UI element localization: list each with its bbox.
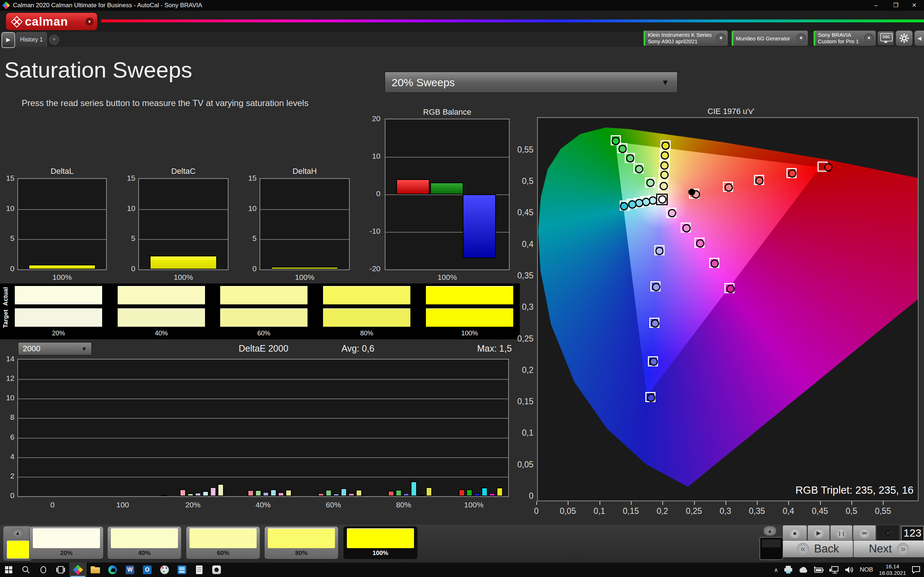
pattern-card-swatch <box>268 528 335 548</box>
action-center-button[interactable] <box>912 566 921 574</box>
display-device-dropdown[interactable]: Sony BRAVIA Custom for Pro 1 ▼ <box>813 30 876 46</box>
history-expand-button[interactable]: ▶ <box>2 32 15 48</box>
taskbar-meter-app[interactable] <box>208 562 225 577</box>
taskbar-photos[interactable] <box>173 562 191 577</box>
rainbow-gradient-bar <box>101 19 924 23</box>
onedrive-tray-icon[interactable] <box>798 567 808 573</box>
x-tick-mark <box>599 501 600 505</box>
collapse-panel-button[interactable]: ◀ <box>914 30 924 46</box>
deltae-bar <box>418 495 425 496</box>
taskbar-calman-app[interactable] <box>69 562 87 577</box>
sweep-level-select[interactable]: 20% Sweeps ▼ <box>384 71 678 93</box>
deltae-bar <box>474 493 480 496</box>
generator-device-dropdown[interactable]: Murideo 6G Generator ▼ <box>731 30 808 46</box>
pattern-card-80%[interactable]: 80% <box>264 526 339 559</box>
close-button[interactable]: ✕ <box>906 0 922 11</box>
search-button[interactable] <box>17 562 35 577</box>
pattern-card-20%[interactable]: 20% <box>29 526 103 559</box>
deltae-formula-select[interactable]: 2000 ▼ <box>18 342 92 356</box>
read-series-button[interactable]: [··] <box>830 525 853 541</box>
pattern-card-swatch <box>111 528 178 548</box>
taskbar-date: 18.03.2021 <box>879 570 906 576</box>
deltae-bar <box>270 489 276 496</box>
taskbar-clock[interactable]: 16.14 18.03.2021 <box>879 563 906 576</box>
next-button[interactable]: Next » <box>853 540 924 558</box>
taskbar-edge[interactable] <box>104 562 121 577</box>
x-tick-label: 80% <box>382 501 425 509</box>
collapse-strip-button[interactable]: ▲ <box>11 528 24 538</box>
start-button[interactable] <box>0 562 17 577</box>
taskbar-notepad[interactable] <box>191 562 208 577</box>
target-swatch-20% <box>15 308 102 327</box>
measurement-bar <box>29 265 95 269</box>
deltae-bar <box>263 492 269 496</box>
y-tick-label: 10 <box>0 393 15 402</box>
stop-button[interactable]: ■ <box>782 525 807 541</box>
deltae-bar <box>356 490 362 496</box>
taskbar-word[interactable]: W <box>121 562 139 577</box>
y-tick-label: 0 <box>240 264 257 273</box>
y-tick-label: 15 <box>119 174 135 182</box>
deltae-bar <box>497 488 503 496</box>
y-tick-label: 0,15 <box>508 397 533 406</box>
pattern-card-100%[interactable]: 100% <box>343 526 418 559</box>
hidden-icons-button[interactable]: ∧ <box>774 567 778 574</box>
read-button[interactable]: ▶ <box>808 525 830 541</box>
cie-1976-chart: RGB Triplet: 235, 235, 16 <box>537 117 919 501</box>
refresh-button[interactable] <box>876 525 900 541</box>
ddc-control-button[interactable]: DDC <box>877 31 894 45</box>
meter-device-dropdown[interactable]: Klein Instruments K Series Sony A90J apr… <box>643 30 728 46</box>
maximize-button[interactable]: ❐ <box>888 0 904 11</box>
paint-palette-icon <box>160 566 169 574</box>
settings-button[interactable] <box>895 30 913 46</box>
deltaH-plot <box>260 178 350 270</box>
tab-history-1[interactable]: History 1 <box>16 32 47 47</box>
network-tray-icon[interactable] <box>829 566 839 574</box>
deltaL-plot <box>17 178 107 270</box>
saturation-column-label: 60% <box>220 330 307 337</box>
taskbar-outlook[interactable]: O <box>139 562 156 577</box>
cie-measured-magenta-sweep <box>727 285 735 293</box>
volume-tray-icon[interactable] <box>845 566 854 574</box>
actual-swatch-40% <box>118 286 205 305</box>
pattern-card-label: 60% <box>186 550 260 557</box>
calman-taskbar-icon <box>74 566 82 574</box>
y-tick-label: 0,4 <box>508 239 533 249</box>
minimize-button[interactable]: – <box>868 0 884 11</box>
cie-measured-green-sweep <box>626 154 635 163</box>
cie-measured-magenta-sweep <box>668 209 676 218</box>
brand-bar: calman ▼ <box>0 11 924 32</box>
taskbar-paint[interactable] <box>156 562 173 577</box>
calman-app-icon <box>3 2 10 9</box>
y-tick-label: 0,3 <box>508 302 533 312</box>
printer-tray-icon[interactable] <box>784 566 793 574</box>
current-pattern-swatch[interactable] <box>7 541 29 559</box>
battery-tray-icon[interactable] <box>814 567 824 573</box>
y-tick-label: 0,05 <box>508 460 533 469</box>
y-tick-label: 10 <box>240 204 257 213</box>
task-view-button[interactable] <box>52 562 69 577</box>
deltae-bar <box>161 495 167 496</box>
language-indicator[interactable]: NOB <box>860 566 873 574</box>
notification-icon <box>912 566 921 574</box>
cie-measured-yellow-sweep <box>662 142 670 150</box>
add-tab-button[interactable]: + <box>49 35 59 45</box>
y-tick-label: 0,2 <box>508 365 533 375</box>
x-axis-label: 100% <box>260 273 350 282</box>
taskbar-file-explorer[interactable] <box>87 562 104 577</box>
back-button[interactable]: « Back <box>782 540 853 558</box>
cortana-button[interactable] <box>35 562 52 577</box>
pattern-card-label: 80% <box>265 550 338 557</box>
chevron-down-icon: ▼ <box>796 33 806 43</box>
black-pattern-swatch[interactable] <box>759 537 783 560</box>
x-tick-label: 0,25 <box>678 506 710 516</box>
calman-menu-button[interactable]: calman ▼ <box>6 13 97 30</box>
x-tick-label: 0,55 <box>867 506 899 516</box>
y-tick-label: 5 <box>119 234 135 243</box>
pattern-card-40%[interactable]: 40% <box>107 526 181 559</box>
pattern-card-60%[interactable]: 60% <box>186 526 260 559</box>
collapse-controls-button[interactable]: ▲ <box>764 526 776 535</box>
target-swatch-100% <box>426 308 513 327</box>
continuous-read-button[interactable]: ∞ <box>853 525 876 541</box>
x-tick-mark <box>851 501 852 505</box>
